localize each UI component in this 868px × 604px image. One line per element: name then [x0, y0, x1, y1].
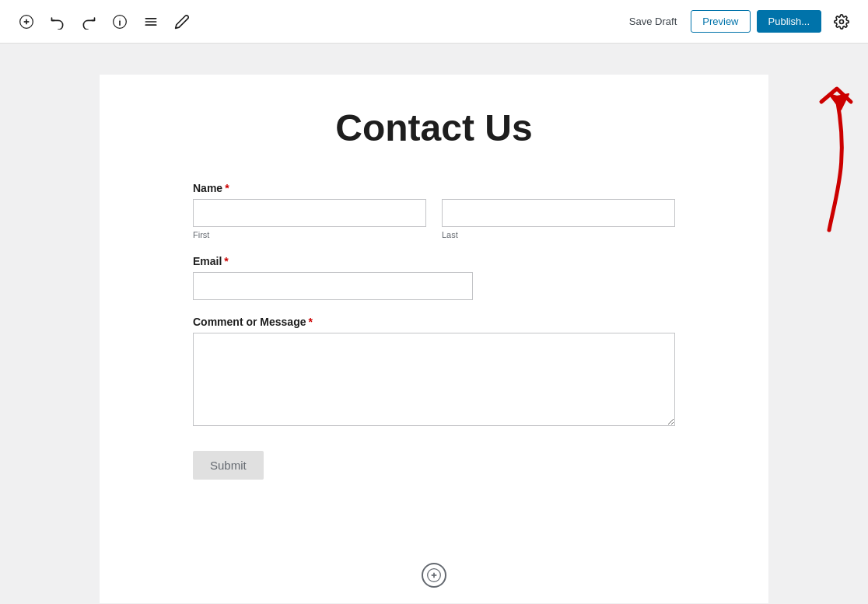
last-name-input[interactable] — [442, 199, 675, 227]
submit-button[interactable]: Submit — [193, 451, 264, 480]
settings-button[interactable] — [828, 8, 856, 36]
undo-button[interactable] — [44, 8, 72, 36]
main-content: Contact Us Name* First Last — [0, 44, 868, 604]
toolbar-right: Save Draft Preview Publish... — [621, 8, 856, 36]
plus-icon — [426, 567, 442, 583]
first-name-input[interactable] — [193, 199, 426, 227]
svg-point-9 — [840, 19, 844, 23]
message-label: Comment or Message* — [193, 316, 675, 328]
add-icon — [19, 14, 34, 30]
add-block-button[interactable] — [422, 563, 446, 588]
first-name-col: First — [193, 199, 426, 239]
gear-icon — [834, 14, 849, 30]
pencil-icon — [174, 14, 190, 30]
name-required-star: * — [225, 182, 229, 194]
email-input[interactable] — [193, 272, 473, 300]
preview-button[interactable]: Preview — [691, 10, 750, 33]
redo-icon — [81, 14, 96, 30]
message-textarea[interactable] — [193, 333, 675, 426]
email-field: Email* — [193, 255, 675, 300]
contact-form: Name* First Last Email* — [193, 182, 675, 480]
info-button[interactable] — [106, 8, 134, 36]
message-field: Comment or Message* — [193, 316, 675, 429]
add-block-toolbar-button[interactable] — [12, 8, 40, 36]
message-required-star: * — [308, 316, 312, 328]
toolbar: Save Draft Preview Publish... — [0, 0, 868, 44]
last-sublabel: Last — [442, 230, 675, 239]
name-row: First Last — [193, 199, 675, 239]
redo-button[interactable] — [75, 8, 103, 36]
svg-point-5 — [120, 18, 121, 19]
list-icon — [143, 14, 159, 30]
page-title: Contact Us — [146, 106, 722, 151]
name-field: Name* First Last — [193, 182, 675, 239]
tools-button[interactable] — [168, 8, 196, 36]
last-name-col: Last — [442, 199, 675, 239]
editor-canvas: Contact Us Name* First Last — [100, 75, 768, 603]
name-label: Name* — [193, 182, 675, 194]
info-icon — [112, 14, 128, 30]
save-draft-button[interactable]: Save Draft — [621, 11, 684, 32]
toolbar-left — [12, 8, 621, 36]
first-sublabel: First — [193, 230, 426, 239]
list-view-button[interactable] — [137, 8, 165, 36]
publish-button[interactable]: Publish... — [757, 10, 821, 33]
email-required-star: * — [224, 255, 228, 267]
email-label: Email* — [193, 255, 675, 267]
undo-icon — [50, 14, 65, 30]
